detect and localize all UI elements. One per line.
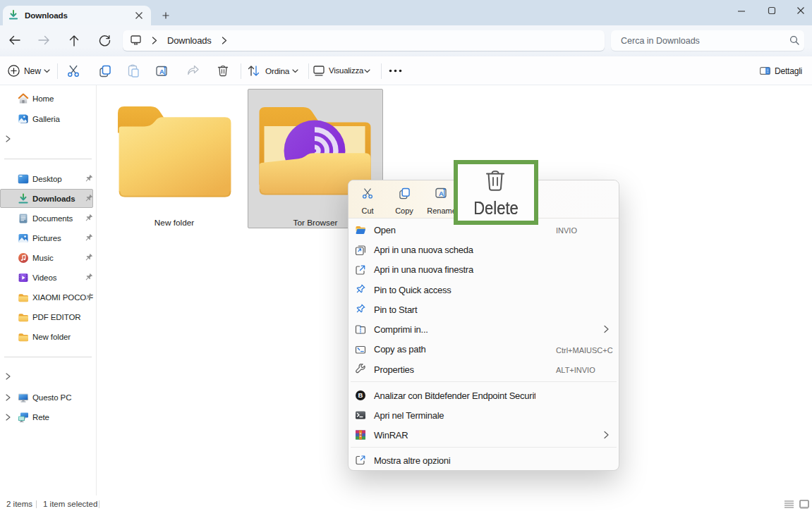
svg-text:A: A xyxy=(159,68,164,75)
svg-text:B: B xyxy=(358,391,363,399)
svg-text:A: A xyxy=(439,190,444,197)
